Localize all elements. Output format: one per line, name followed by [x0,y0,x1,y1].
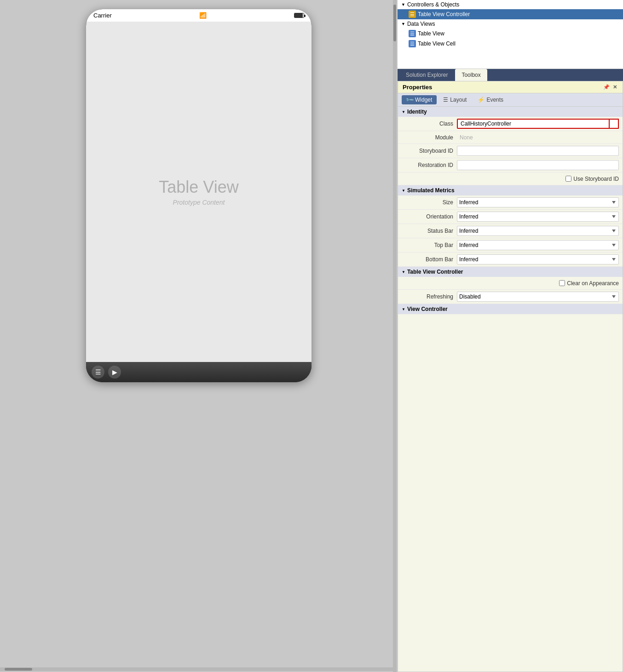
tab-solution-explorer[interactable]: Solution Explorer [399,69,454,81]
tabs-container: Solution Explorer Toolbox [398,69,623,81]
size-select[interactable]: Inferred [457,197,619,207]
orientation-select[interactable]: Inferred [457,212,619,222]
prop-row-size: Size Inferred [398,195,623,210]
canvas-vertical-scrollbar[interactable] [393,0,397,672]
carrier-label: Carrier [93,12,112,19]
clear-on-appearance-text: Clear on Appearance [567,280,619,287]
refreshing-select[interactable]: Disabled [457,292,619,302]
section-simulated-metrics[interactable]: ▼ Simulated Metrics [398,185,623,195]
canvas-scrollbar-thumb[interactable] [393,5,396,41]
canvas-horizontal-scrollbar[interactable] [0,667,393,671]
header-icons: 📌 ✕ [603,84,618,91]
section-identity[interactable]: ▼ Identity [398,107,623,117]
module-none-text: None [457,133,476,142]
events-icon: ⚡ [478,97,485,103]
class-dropdown[interactable] [609,119,619,129]
phone-status-bar: Carrier 📶 [86,9,312,22]
prop-row-bottom-bar: Bottom Bar Inferred [398,253,623,267]
top-bar-value: Inferred [457,240,619,250]
prop-row-status-bar: Status Bar Inferred [398,224,623,238]
size-value: Inferred [457,197,619,207]
battery-icon [294,13,304,18]
canvas-hscrollbar-thumb[interactable] [5,668,32,671]
orientation-label: Orientation [402,213,457,220]
phone-frame: Carrier 📶 Table View Prototype Content ☰… [86,9,312,382]
layout-tab-label: Layout [450,97,467,103]
storyboard-id-label: Storyboard ID [402,148,457,154]
prop-row-class: Class [398,117,623,131]
wrench-icon: 🔧 [405,95,415,105]
use-storyboard-id-text: Use Storyboard ID [573,176,619,182]
tree-item-table-view[interactable]: ☰ Table View [398,29,623,39]
status-bar-value: Inferred [457,226,619,236]
prop-row-storyboard-id: Storyboard ID [398,144,623,158]
prop-row-restoration-id: Restoration ID [398,158,623,172]
prop-row-top-bar: Top Bar Inferred [398,238,623,253]
widget-tab-label: Widget [415,97,432,103]
restoration-id-label: Restoration ID [402,162,457,168]
canvas-area: Carrier 📶 Table View Prototype Content ☰… [0,0,398,672]
toolbar-icon-2[interactable]: ▶ [108,366,121,379]
data-views-section-label: Data Views [407,21,435,27]
properties-header-left: Properties [403,84,432,91]
checkbox-row-use-storyboard-id: Use Storyboard ID [398,172,623,185]
class-input[interactable] [457,119,619,129]
top-bar-select[interactable]: Inferred [457,240,619,250]
table-cell-icon: ☰ [409,40,416,47]
table-view-cell-label: Table View Cell [418,40,456,47]
use-storyboard-id-checkbox[interactable] [565,176,571,182]
phone-screen: Table View Prototype Content [86,22,312,362]
section-table-view-controller[interactable]: ▼ Table View Controller [398,267,623,277]
clear-on-appearance-checkbox[interactable] [559,280,565,286]
section-identity-label: Identity [407,109,427,115]
status-bar-label: Status Bar [402,228,457,234]
bottom-bar-select[interactable]: Inferred [457,254,619,264]
pin-icon[interactable]: 📌 [603,84,610,91]
tab-layout[interactable]: ☰ Layout [438,95,471,104]
storyboard-id-input[interactable] [457,146,619,156]
expand-triangle-2: ▼ [401,22,405,26]
right-panel: ▼ Controllers & Objects ☰ Table View Con… [398,0,623,672]
top-bar-label: Top Bar [402,242,457,248]
props-content[interactable]: ▼ Identity Class Module [398,107,623,672]
section-tvc-triangle: ▼ [402,270,405,274]
close-icon[interactable]: ✕ [611,84,618,91]
outline-tree: ▼ Controllers & Objects ☰ Table View Con… [398,0,623,69]
table-view-label: Table View [159,178,238,197]
bottom-bar-value: Inferred [457,254,619,264]
tree-section-data-views[interactable]: ▼ Data Views [398,19,623,29]
tree-item-table-view-cell[interactable]: ☰ Table View Cell [398,39,623,49]
prop-row-orientation: Orientation Inferred [398,210,623,224]
prototype-content-label: Prototype Content [173,199,225,206]
restoration-id-value [457,160,619,170]
section-simulated-label: Simulated Metrics [407,187,455,194]
module-label: Module [402,134,457,141]
section-simulated-triangle: ▼ [402,189,405,193]
tree-item-table-view-controller[interactable]: ☰ Table View Controller [398,9,623,19]
section-view-controller[interactable]: ▼ View Controller [398,304,623,314]
status-bar-select[interactable]: Inferred [457,226,619,236]
bottom-bar-label: Bottom Bar [402,256,457,263]
refreshing-label: Refreshing [402,293,457,300]
properties-panel-header: Properties 📌 ✕ [398,81,623,93]
prop-row-refreshing: Refreshing Disabled [398,290,623,304]
tab-toolbox[interactable]: Toolbox [455,69,487,81]
clear-on-appearance-label[interactable]: Clear on Appearance [559,280,619,287]
size-label: Size [402,199,457,206]
section-vc-label: View Controller [407,306,448,312]
refreshing-value: Disabled [457,292,619,302]
table-view-controller-label: Table View Controller [418,11,470,17]
properties-header-label: Properties [403,84,432,91]
phone-toolbar: ☰ ▶ [86,362,312,382]
class-value [457,119,619,129]
tab-widget[interactable]: 🔧 Widget [402,95,437,104]
use-storyboard-id-label[interactable]: Use Storyboard ID [565,176,619,182]
expand-triangle: ▼ [401,2,405,7]
restoration-id-input[interactable] [457,160,619,170]
layout-icon: ☰ [443,97,448,103]
storyboard-id-value [457,146,619,156]
toolbar-icon-1[interactable]: ☰ [92,366,104,379]
class-field-wrapper [457,119,619,129]
tree-section-controllers[interactable]: ▼ Controllers & Objects [398,0,623,9]
tab-events[interactable]: ⚡ Events [473,95,508,104]
